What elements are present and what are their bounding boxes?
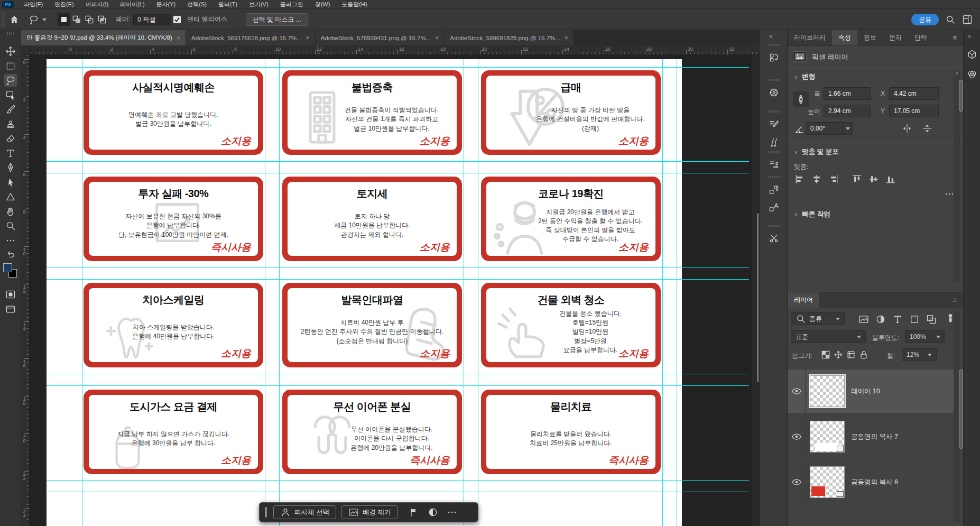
layers-scrollbar-thumb[interactable] xyxy=(959,370,963,449)
history-panel-icon[interactable] xyxy=(768,51,780,64)
hand-tool[interactable] xyxy=(4,205,17,218)
layer-thumbnail[interactable] xyxy=(810,375,845,407)
menu-9[interactable]: 플러그인 xyxy=(274,0,309,9)
align-bottom-icon[interactable] xyxy=(885,174,896,184)
tab-라이브러리[interactable]: 라이브러리 xyxy=(788,30,832,45)
vertical-ruler[interactable]: 024681 01 21 41 61 82 02 22 4 xyxy=(21,55,30,526)
menu-4[interactable]: 레이어(L) xyxy=(114,0,150,9)
layers-panel-menu-icon[interactable]: ≡ xyxy=(946,292,963,308)
layer-name[interactable]: 공동명의 복사 7 xyxy=(851,432,898,441)
filter-pixel-layers-icon[interactable] xyxy=(858,314,869,325)
align-right-icon[interactable] xyxy=(828,174,839,184)
clone-source-panel-icon[interactable] xyxy=(768,159,780,171)
layer-visibility-toggle[interactable] xyxy=(788,415,806,458)
tool-preset-lasso-icon[interactable] xyxy=(29,14,39,25)
shape-tool[interactable] xyxy=(4,190,17,203)
align-left-icon[interactable] xyxy=(794,174,806,184)
document-tab-3[interactable]: AdobeStock_578939431.png @ 16.7%...× xyxy=(316,30,445,45)
canvas-vertical-scrollbar[interactable] xyxy=(752,55,758,526)
document-tab-2[interactable]: AdobeStock_569176618.png @ 16.7%...× xyxy=(186,30,316,45)
filter-type-layers-icon[interactable] xyxy=(892,314,903,325)
document-tab-1[interactable]: 안 좋은것 9~20 앞.psd @ 33.4% (레이어 10, CMYK/8… xyxy=(21,30,186,45)
lock-all-icon[interactable] xyxy=(858,349,869,360)
navigator-panel-icon[interactable] xyxy=(768,86,780,99)
close-tab-icon[interactable]: × xyxy=(565,34,568,42)
brushes-panel-icon[interactable] xyxy=(768,135,780,148)
angle-dropdown[interactable] xyxy=(843,122,853,135)
document-tab-4[interactable]: AdobeStock_599691828.png @ 16.7%...× xyxy=(445,30,574,45)
menu-1[interactable]: 파일(F) xyxy=(18,0,49,9)
add-to-selection-button[interactable] xyxy=(70,13,83,26)
object-selection-tool[interactable] xyxy=(4,89,17,101)
zoom-tool[interactable] xyxy=(4,219,17,232)
y-input[interactable]: 17.05 cm xyxy=(889,105,939,117)
ruler-corner[interactable] xyxy=(21,45,30,55)
path-selection-tool[interactable] xyxy=(4,176,17,189)
pen-tool[interactable] xyxy=(4,161,17,174)
select-subject-button[interactable]: 피사체 선택 xyxy=(273,505,336,519)
paragraph-panel-icon[interactable] xyxy=(768,183,780,196)
eraser-tool[interactable] xyxy=(4,132,17,145)
filter-smart-objects-icon[interactable] xyxy=(926,314,937,325)
screen-mode-button[interactable] xyxy=(4,303,17,316)
close-tab-icon[interactable]: × xyxy=(435,34,439,42)
anti-alias-checkbox[interactable] xyxy=(173,16,181,23)
brush-tool[interactable] xyxy=(4,103,17,116)
flip-horizontal-icon[interactable] xyxy=(902,123,912,134)
close-tab-icon[interactable]: × xyxy=(177,34,180,42)
rectangular-marquee-tool[interactable] xyxy=(4,60,17,72)
align-top-icon[interactable] xyxy=(851,174,863,184)
align-center-h-icon[interactable] xyxy=(811,174,822,184)
undo-tool[interactable] xyxy=(4,248,17,261)
tab-정보[interactable]: 정보 xyxy=(857,30,883,45)
canvas-area[interactable]: 사실적시명예훼손명예훼손 죄로 고발 당했습니다.벌금 30만원을 납부합니다.… xyxy=(30,55,759,526)
more-options-icon[interactable] xyxy=(444,505,460,519)
foreground-color-swatch[interactable] xyxy=(3,263,12,272)
share-button[interactable]: 공유 xyxy=(911,14,939,25)
menu-8[interactable]: 보기(V) xyxy=(243,0,274,9)
workspace-switcher-icon[interactable] xyxy=(962,14,973,25)
new-selection-button[interactable] xyxy=(58,13,70,26)
transform-section-header[interactable]: ∨변형 xyxy=(794,72,815,81)
menu-10[interactable]: 창(W) xyxy=(309,0,336,9)
intersect-selection-button[interactable] xyxy=(96,13,108,26)
layer-name[interactable]: 레이어 10 xyxy=(851,387,880,396)
character-panel-icon[interactable] xyxy=(768,201,780,214)
opacity-dropdown[interactable]: 100% xyxy=(905,330,945,343)
properties-panel-menu-icon[interactable]: ≡ xyxy=(946,30,963,45)
flip-vertical-icon[interactable] xyxy=(922,123,932,134)
properties-scrollbar[interactable]: ∧ xyxy=(954,70,960,282)
layers-scrollbar[interactable] xyxy=(954,311,960,523)
layer-filter-dropdown[interactable]: 종류 xyxy=(791,312,845,325)
menu-5[interactable]: 문자(Y) xyxy=(151,0,182,9)
menu-7[interactable]: 필터(T) xyxy=(212,0,243,9)
align-center-v-icon[interactable] xyxy=(868,174,880,184)
lock-position-icon[interactable] xyxy=(833,349,844,360)
angle-input[interactable]: 0.00° xyxy=(806,122,843,135)
subtract-from-selection-button[interactable] xyxy=(83,13,96,26)
horizontal-ruler[interactable]: 02468101214161820222426283032 xyxy=(30,45,759,55)
layer-name[interactable]: 공동명의 복사 6 xyxy=(851,478,898,487)
lasso-tool[interactable] xyxy=(4,74,17,87)
menu-11[interactable]: 도움말(H) xyxy=(336,0,373,9)
align-section-header[interactable]: ∨맞춤 및 분포 xyxy=(794,147,839,156)
move-tool[interactable] xyxy=(4,45,17,58)
expand-panels-icon[interactable]: » xyxy=(968,33,970,39)
height-input[interactable]: 2.94 cm xyxy=(824,105,871,117)
blend-mode-dropdown[interactable]: 표준 xyxy=(791,330,866,343)
align-more-icon[interactable] xyxy=(944,189,955,199)
properties-scrollbar-thumb[interactable] xyxy=(959,80,963,112)
tab-단락[interactable]: 단락 xyxy=(908,30,933,45)
more-tools-tool[interactable] xyxy=(4,234,17,247)
feather-input[interactable]: 0 픽셀 xyxy=(133,14,171,25)
scroll-up-icon[interactable]: ∧ xyxy=(954,70,960,78)
lock-transparency-icon[interactable] xyxy=(820,349,831,360)
taskbar-grip[interactable] xyxy=(265,507,267,518)
layer-row[interactable]: 레이어 10 xyxy=(788,370,963,413)
tab-문자[interactable]: 문자 xyxy=(883,30,908,45)
layer-thumbnail[interactable] xyxy=(810,421,845,453)
fill-dropdown[interactable]: 12% xyxy=(902,348,937,361)
width-input[interactable]: 1.66 cm xyxy=(824,87,871,100)
lock-artboard-icon[interactable] xyxy=(846,349,856,360)
remove-background-button[interactable]: 배경 제거 xyxy=(341,505,397,519)
